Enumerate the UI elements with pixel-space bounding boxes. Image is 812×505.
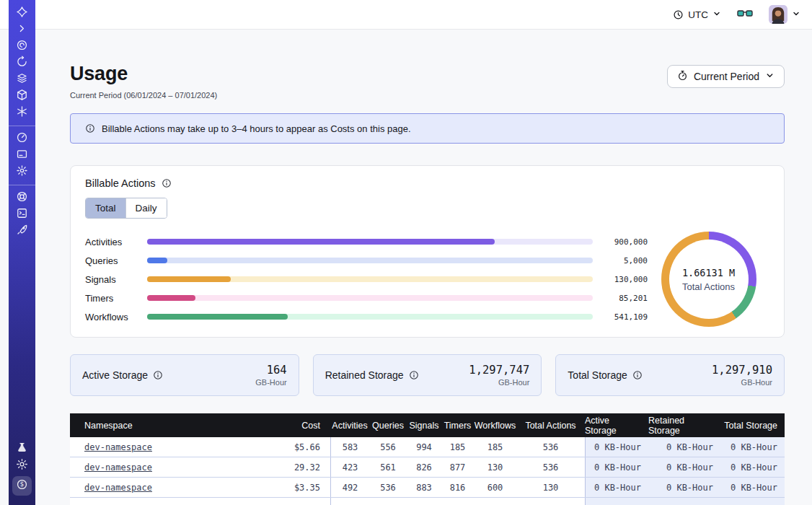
cell-workflows	[474, 498, 516, 505]
donut-chart: 1.66131 M Total Actions	[661, 232, 756, 327]
bar-value: 5,000	[603, 256, 648, 265]
sidebar: $	[9, 0, 35, 505]
active-highlight: $	[12, 476, 32, 496]
header-cell-workflows: Workflows	[474, 413, 516, 437]
sidebar-item-temporal-logo[interactable]	[9, 5, 35, 22]
cell-total-storage	[720, 498, 785, 505]
clock-icon	[673, 9, 684, 20]
sidebar-item-terminal-window[interactable]	[9, 206, 35, 223]
header-cell-namespace: Namespace	[70, 413, 260, 437]
feedback-glasses-button[interactable]	[737, 8, 753, 21]
asterisk-icon	[16, 105, 28, 120]
sidebar-item-sun[interactable]	[9, 457, 35, 474]
info-icon[interactable]	[632, 370, 643, 380]
info-icon	[85, 123, 95, 133]
bar-label: Timers	[85, 293, 137, 304]
donut-center: 1.66131 M Total Actions	[669, 240, 749, 319]
sidebar-item-eye-swirl[interactable]	[9, 38, 35, 55]
gear-icon	[16, 164, 28, 180]
cell-value: 423	[343, 462, 358, 473]
sidebar-item-dollar-coin[interactable]: $	[9, 474, 35, 498]
header-cell-signals: Signals	[407, 413, 441, 437]
cell-total-actions: 536	[516, 437, 585, 457]
storage-card-label: Retained Storage	[325, 369, 419, 381]
storage-card-value-block: 164GB-Hour	[255, 364, 286, 387]
period-button[interactable]: Current Period	[667, 65, 785, 88]
gauge-icon	[16, 131, 28, 146]
header-cell-cost: Cost	[260, 413, 330, 437]
tab-total[interactable]: Total	[86, 198, 125, 218]
info-icon[interactable]	[162, 178, 172, 188]
user-menu[interactable]	[769, 5, 800, 24]
header-cell-total-actions: Total Actions	[516, 413, 585, 437]
sidebar-item-lifebuoy[interactable]	[9, 190, 35, 206]
tab-daily[interactable]: Daily	[125, 198, 167, 218]
cell-value: 536	[380, 483, 396, 493]
cell-active-storage	[585, 498, 648, 505]
sidebar-divider	[9, 185, 35, 185]
dollar-coin-icon: $	[16, 478, 28, 493]
sidebar-item-cube[interactable]	[9, 88, 35, 105]
sidebar-item-gauge[interactable]	[9, 131, 35, 147]
cell-retained-storage: 0 KB-Hour	[648, 437, 720, 457]
bar-fill	[147, 239, 495, 245]
sidebar-divider	[9, 126, 35, 126]
cell-value: 0 KB-Hour	[731, 442, 777, 452]
cell-namespace: dev-namespace	[70, 457, 260, 477]
sidebar-item-retry-clock[interactable]	[9, 55, 35, 71]
bar-fill	[147, 276, 231, 282]
cell-value: 600	[487, 483, 503, 493]
cell-cost: $5.66	[260, 437, 330, 457]
header-cell-label: Cost	[301, 421, 320, 431]
cell-value: 185	[450, 442, 466, 452]
cell-active-storage: 0 KB-Hour	[585, 478, 648, 497]
cell-total-actions	[516, 498, 585, 505]
header-cell-label: Activities	[332, 421, 367, 431]
sidebar-item-rocket[interactable]	[9, 223, 35, 240]
cell-timers: 877	[441, 457, 474, 477]
namespace-link[interactable]: dev-namespace	[84, 442, 152, 452]
sidebar-item-flask[interactable]	[9, 441, 35, 457]
bar-value: 541,109	[603, 312, 648, 322]
bar-label: Activities	[85, 237, 137, 247]
cell-value: 0 KB-Hour	[731, 462, 777, 473]
cell-value: 0 KB-Hour	[594, 462, 641, 473]
sidebar-item-layers[interactable]	[9, 71, 35, 88]
sidebar-item-gear[interactable]	[9, 164, 35, 180]
timezone-selector[interactable]: UTC	[673, 9, 721, 20]
bar-row-activities: Activities900,000	[85, 232, 648, 251]
header-cell-label: Total Actions	[525, 421, 575, 431]
header-cell-queries: Queries	[369, 413, 407, 437]
cell-value: 583	[343, 442, 358, 452]
header-cell-label: Total Storage	[724, 421, 777, 431]
info-icon[interactable]	[409, 370, 419, 380]
sidebar-item-browser-card[interactable]	[9, 147, 35, 164]
info-icon[interactable]	[153, 370, 163, 380]
storage-card-total-storage: Total Storage1,297,910GB-Hour	[555, 354, 785, 396]
bar-track	[147, 239, 593, 245]
sidebar-item-chevron-right[interactable]	[9, 22, 35, 38]
namespace-link[interactable]: dev-namespace	[84, 483, 152, 493]
cell-signals: 994	[407, 437, 441, 457]
header-cell-label: Signals	[410, 421, 439, 431]
storage-label-text: Active Storage	[82, 369, 148, 381]
namespace-link[interactable]: dev-namespace	[84, 462, 152, 473]
cell-value: 561	[380, 462, 396, 473]
storage-summary-row: Active Storage164GB-HourRetained Storage…	[70, 354, 785, 396]
donut-total-value: 1.66131 M	[682, 267, 735, 278]
cell-cost: 29.32	[260, 457, 330, 477]
usage-table: NamespaceCostActivitiesQueriesSignalsTim…	[70, 413, 785, 505]
billable-actions-chart: Activities900,000Queries5,000Signals130,…	[85, 232, 769, 327]
header-cell-label: Active Storage	[585, 416, 641, 436]
storage-card-retained-storage: Retained Storage1,297,747GB-Hour	[313, 354, 542, 396]
table-body: dev-namespace$5.665835569941851855360 KB…	[70, 437, 785, 505]
cell-namespace	[70, 498, 260, 505]
sidebar-item-asterisk[interactable]	[9, 105, 35, 121]
cell-value: 826	[416, 462, 432, 473]
flask-icon	[16, 442, 28, 457]
cell-total-actions: 536	[516, 457, 585, 477]
period-button-label: Current Period	[694, 71, 759, 82]
browser-card-icon	[16, 148, 28, 163]
cell-value: 0 KB-Hour	[594, 483, 641, 493]
cell-activities	[330, 498, 369, 505]
